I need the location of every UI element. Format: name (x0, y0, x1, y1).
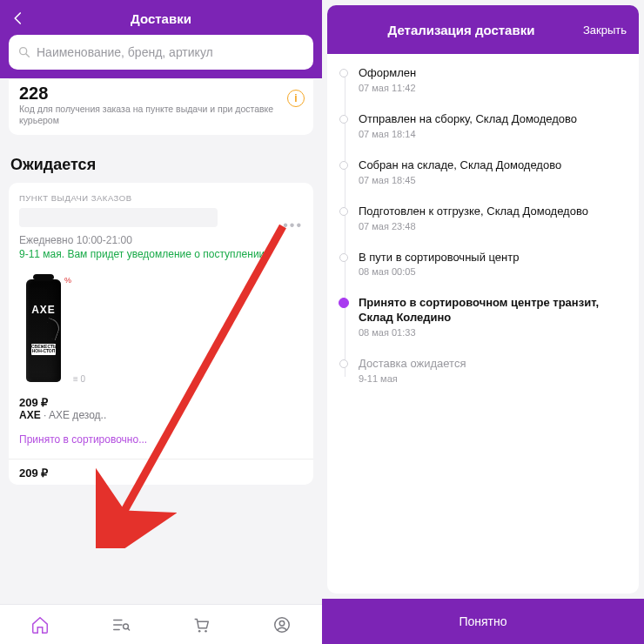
timeline-item-sub: 9-11 мая (359, 373, 627, 384)
timeline-item-title: Подготовлен к отгрузке, Склад Домодедово (359, 205, 627, 219)
profile-circle-icon (272, 615, 292, 634)
product-image: AXE СВЕЖЕСТЬ НОН-СТОП % (19, 274, 68, 387)
product-row[interactable]: AXE СВЕЖЕСТЬ НОН-СТОП % ≡ 0 (19, 274, 303, 387)
timeline-item-title: В пути в сортировочный центр (359, 251, 627, 265)
timeline-dot-icon (339, 161, 348, 170)
timeline-item-title: Оформлен (359, 66, 627, 81)
product-barcode: ≡ 0 (73, 374, 85, 384)
bottom-tab-bar (0, 604, 322, 644)
left-header: Доставки Наименование, бренд, артикул (0, 0, 322, 78)
svg-point-3 (198, 630, 201, 633)
timeline-dot-icon (339, 207, 348, 216)
search-icon (17, 45, 31, 59)
timeline-item-sub: 07 мая 11:42 (359, 83, 627, 93)
delivery-timeline: Оформлен07 мая 11:42Отправлен на сборку,… (339, 66, 627, 403)
timeline-body: Оформлен07 мая 11:42Отправлен на сборку,… (327, 54, 639, 594)
deliveries-screen: Доставки Наименование, бренд, артикул 22… (0, 0, 322, 644)
product-status-link[interactable]: Принято в сортировочно... (19, 433, 303, 446)
delivery-detail-sheet: Детализация доставки Закрыть Оформлен07 … (322, 0, 644, 644)
timeline-item-sub: 08 мая 00:05 (359, 266, 627, 277)
timeline-item: Доставка ожидается9-11 мая (359, 357, 627, 403)
page-title: Доставки (9, 11, 313, 26)
cart-icon (191, 615, 211, 634)
tab-profile[interactable] (272, 615, 292, 634)
app-shell: Доставки Наименование, бренд, артикул 22… (0, 0, 644, 644)
tab-cart[interactable] (191, 615, 211, 634)
timeline-dot-icon (339, 359, 348, 368)
tab-search[interactable] (111, 615, 131, 634)
close-button[interactable]: Закрыть (583, 23, 627, 37)
timeline-item-title: Отправлен на сборку, Склад Домодедово (359, 112, 627, 127)
product-meta: ≡ 0 (73, 274, 85, 387)
timeline-item: Оформлен07 мая 11:42 (359, 66, 627, 112)
pickup-address-redacted (19, 208, 218, 227)
product-price: 209 ₽ (19, 396, 303, 409)
tab-home[interactable] (30, 615, 50, 634)
timeline-item: Отправлен на сборку, Склад Домодедово07 … (359, 112, 627, 158)
timeline-item-title: Доставка ожидается (359, 357, 627, 372)
axe-can-icon: AXE СВЕЖЕСТЬ НОН-СТОП (26, 279, 61, 382)
timeline-dot-icon (339, 253, 348, 262)
discount-badge-icon: % (64, 276, 71, 285)
delivery-eta: 9-11 мая. Вам придет уведомление о посту… (19, 248, 303, 262)
search-input[interactable]: Наименование, бренд, артикул (9, 35, 313, 70)
timeline-dot-icon (339, 69, 348, 77)
svg-point-6 (279, 621, 285, 626)
timeline-item-sub: 08 мая 01:33 (359, 327, 627, 338)
pickup-hours: Ежедневно 10:00-21:00 (19, 234, 303, 246)
pickup-point-label: ПУНКТ ВЫДАЧИ ЗАКАЗОВ (19, 193, 303, 203)
timeline-item-sub: 07 мая 23:48 (359, 221, 627, 231)
timeline-dot-icon (339, 298, 349, 308)
divider (9, 459, 313, 460)
info-icon[interactable]: i (287, 90, 305, 107)
search-placeholder: Наименование, бренд, артикул (37, 45, 213, 59)
search-list-icon (111, 615, 131, 634)
sheet-title: Детализация доставки (339, 23, 583, 37)
home-icon (30, 615, 50, 634)
right-header: Детализация доставки Закрыть (327, 5, 639, 54)
timeline-item: В пути в сортировочный центр08 мая 00:05 (359, 251, 627, 297)
section-expected-title: Ожидается (10, 156, 312, 174)
pickup-code-value: 228 (19, 84, 278, 102)
more-button[interactable]: ••• (283, 218, 303, 233)
timeline-item: Собран на складе, Склад Домодедово07 мая… (359, 158, 627, 205)
ok-button[interactable]: Понятно (322, 599, 644, 644)
timeline-item-title: Принято в сортировочном центре транзит, … (359, 296, 627, 325)
timeline-item: Подготовлен к отгрузке, Склад Домодедово… (359, 205, 627, 251)
timeline-item-sub: 07 мая 18:14 (359, 129, 627, 139)
timeline-item: Принято в сортировочном центре транзит, … (359, 296, 627, 357)
pickup-code-desc: Код для получения заказа на пункте выдач… (19, 104, 278, 126)
svg-point-0 (20, 48, 27, 55)
timeline-item-title: Собран на складе, Склад Домодедово (359, 158, 627, 173)
product-name: AXE · AXE дезод.. (19, 409, 303, 421)
pickup-code-card: 228 Код для получения заказа на пункте в… (9, 78, 313, 135)
timeline-dot-icon (339, 115, 348, 124)
timeline-item-sub: 07 мая 18:45 (359, 175, 627, 185)
order-total: 209 ₽ (19, 466, 303, 480)
svg-point-4 (205, 630, 207, 633)
order-card[interactable]: ПУНКТ ВЫДАЧИ ЗАКАЗОВ ••• Ежедневно 10:00… (9, 183, 313, 485)
